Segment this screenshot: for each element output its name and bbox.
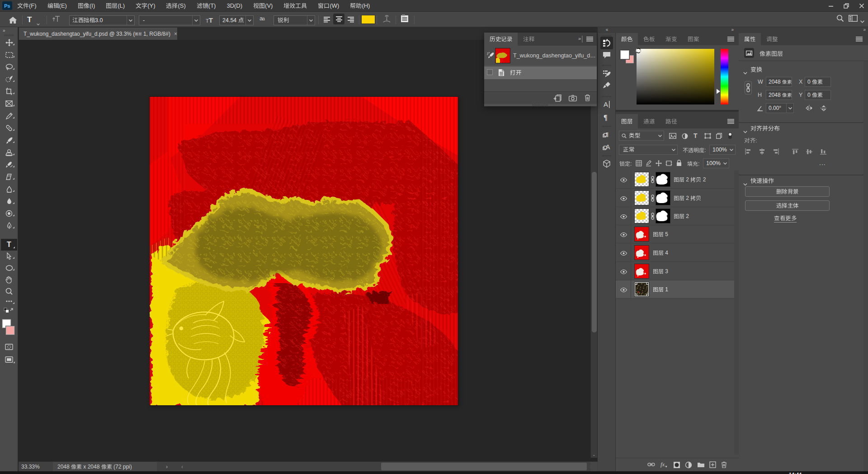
svg-text:A: A: [604, 100, 608, 108]
svg-text:¶: ¶: [604, 114, 608, 121]
